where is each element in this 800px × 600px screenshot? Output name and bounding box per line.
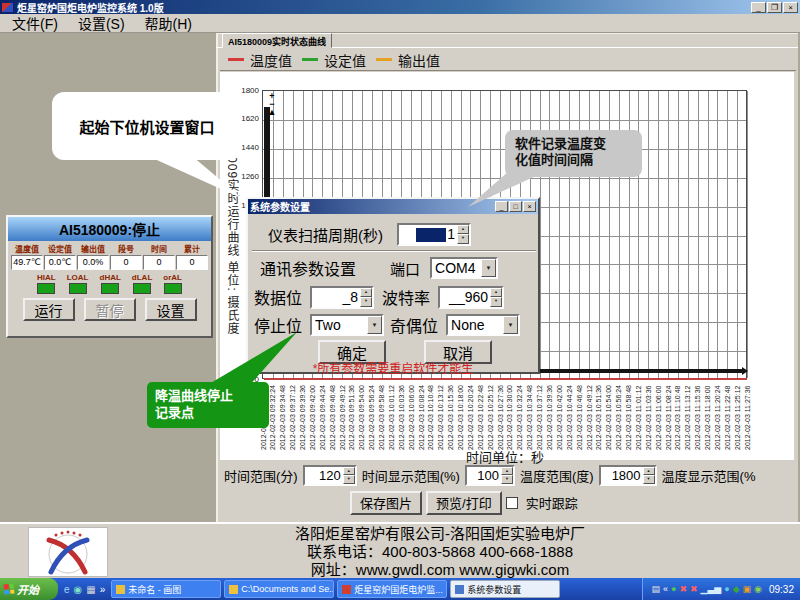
chevron-down-icon[interactable]: ▼ — [367, 316, 382, 334]
status-field-label: 温度值 — [11, 243, 43, 254]
task-button-inactive[interactable]: 炬星窑炉国炬电炉监... — [337, 580, 447, 598]
instrument-status-panel: AI5180009:停止 温度值49.7℃设定值0.0℃输出值0.0%段号0时间… — [6, 215, 213, 338]
audio-muted-icon[interactable]: ✖ — [679, 584, 687, 594]
spin-up-icon[interactable]: ▲ — [501, 467, 513, 476]
preview-print-button[interactable]: 预览/打印 — [426, 491, 502, 515]
spin-down-icon[interactable]: ▼ — [457, 234, 469, 244]
port-value: COM4 — [432, 260, 481, 276]
spin-up-icon[interactable]: ▲ — [490, 288, 502, 298]
y-tick-label: 1800 — [235, 86, 259, 95]
realtime-track-checkbox[interactable] — [506, 497, 518, 509]
signal-strength-icon[interactable]: ▁▃▅ — [700, 584, 721, 594]
spin-up-icon[interactable]: ▲ — [643, 467, 655, 476]
gridline-vertical — [668, 91, 669, 378]
restore-icon[interactable]: ❐ — [767, 2, 782, 13]
menu-settings[interactable]: 设置(S) — [78, 13, 125, 33]
restart-note: *所有参数需要重启软件才能生 — [248, 359, 538, 376]
status-field: 温度值49.7℃ — [11, 243, 43, 270]
x-tick-label: 2012-02-03 10:42:00 — [555, 381, 565, 450]
dialog-close-icon[interactable]: × — [523, 201, 536, 212]
dialog-maximize-icon[interactable]: □ — [509, 201, 522, 212]
x-tick-label: 2012-02-03 11:01:12 — [634, 381, 644, 450]
status-field-value: 0.0℃ — [44, 255, 76, 270]
x-tick-label: 2012-02-03 10:39:36 — [545, 381, 555, 450]
app-icon — [2, 3, 13, 12]
alarm-label: dLAL — [132, 273, 152, 282]
status-field: 设定值0.0℃ — [44, 243, 76, 270]
callout-text: 化值时间间隔 — [515, 152, 642, 168]
spin-down-icon[interactable]: ▼ — [490, 297, 502, 307]
status-field-label: 设定值 — [44, 243, 76, 254]
chevron-down-icon[interactable]: ▼ — [503, 316, 518, 334]
parity-label: 奇偶位 — [390, 313, 438, 337]
scan-period-spinner[interactable]: 1 ▲▼ — [397, 223, 471, 246]
language-bar-icon[interactable]: ▤ — [651, 584, 660, 594]
x-tick-label: 2012-02-03 10:54:00 — [604, 381, 614, 450]
data-bits-spinner[interactable]: _8 ▲▼ — [310, 286, 374, 309]
gridline-vertical — [727, 91, 728, 378]
close-icon[interactable]: × — [783, 2, 798, 13]
gridline-horizontal — [263, 178, 746, 179]
alarm-indicator-dHAL: dHAL — [100, 273, 121, 294]
alarm-label: dHAL — [100, 273, 121, 282]
minimize-icon[interactable]: _ — [751, 2, 766, 13]
overflow-chevron[interactable]: » — [100, 584, 106, 595]
dialog-title-bar[interactable]: 系统参数设置 _ □ × — [248, 199, 538, 214]
y-tick-label: 1260 — [235, 172, 259, 181]
setpoint-output-zero-line — [264, 378, 747, 380]
chevron-down-icon[interactable]: ▼ — [481, 259, 496, 277]
legend-label: 温度值 — [250, 50, 292, 70]
ie-icon[interactable]: e — [64, 584, 70, 595]
green-status-icon[interactable]: ● — [671, 584, 676, 594]
task-button-active[interactable]: 系统参数设置 — [450, 580, 560, 598]
time-range-spinner[interactable]: 120 ▲▼ — [303, 465, 357, 486]
start-button[interactable]: 开始 — [0, 578, 58, 600]
x-tick-label: 2012-02-03 09:32:24 — [268, 381, 278, 450]
task-label: 系统参数设置 — [467, 583, 521, 596]
scheduler-icon[interactable]: ▣ — [743, 584, 752, 594]
status-field-label: 时间 — [143, 243, 175, 254]
messenger-icon[interactable]: ◉ — [74, 584, 83, 595]
settings-button[interactable]: 设置 — [145, 298, 197, 321]
network-offline-icon[interactable]: ✖ — [690, 584, 698, 594]
tab-realtime-curve[interactable]: AI5180009实时状态曲线 — [222, 33, 332, 48]
update-icon[interactable]: ◉ — [754, 584, 762, 594]
spin-down-icon[interactable]: ▼ — [343, 475, 355, 484]
spin-up-icon[interactable]: ▲ — [360, 288, 372, 298]
menu-file[interactable]: 文件(F) — [12, 13, 58, 33]
messenger-status-icon[interactable]: ● — [724, 584, 729, 594]
shield-icon[interactable]: ◆ — [733, 584, 740, 594]
save-image-button[interactable]: 保存图片 — [350, 491, 422, 515]
desktop-icon[interactable]: ▦ — [86, 584, 95, 595]
task-label: 炬星窑炉国炬电炉监... — [354, 583, 443, 596]
time-display-spinner[interactable]: 100 ▲▼ — [465, 465, 515, 486]
spin-up-icon[interactable]: ▲ — [457, 225, 469, 235]
spin-down-icon[interactable]: ▼ — [501, 475, 513, 484]
spin-down-icon[interactable]: ▼ — [360, 297, 372, 307]
status-field: 累计0 — [176, 243, 208, 270]
task-button-inactive[interactable]: C:\Documents and Se... — [224, 580, 334, 598]
start-label: 开始 — [17, 581, 39, 597]
spin-down-icon[interactable]: ▼ — [643, 475, 655, 484]
alarm-indicator-HIAL: HIAL — [37, 273, 56, 294]
parity-select[interactable]: None ▼ — [446, 314, 520, 336]
spin-up-icon[interactable]: ▲ — [343, 467, 355, 476]
task-button-inactive[interactable]: 未命名 - 画图 — [111, 580, 221, 598]
x-tick-label: 2012-02-03 10:46:48 — [575, 381, 585, 450]
temp-range-spinner[interactable]: 1800 ▲▼ — [599, 465, 657, 486]
run-button[interactable]: 运行 — [23, 298, 75, 321]
x-tick-label: 2012-02-03 10:06:00 — [407, 381, 417, 450]
stop-bits-select[interactable]: Two ▼ — [310, 314, 384, 336]
port-select[interactable]: COM4 ▼ — [430, 257, 498, 279]
tray-chevron[interactable]: « — [663, 584, 668, 594]
baud-rate-spinner[interactable]: __960 ▲▼ — [438, 286, 504, 309]
company-footer: 洛阳炬星窑炉有限公司-洛阳国炬实验电炉厂 联系电话：400-803-5868 4… — [0, 522, 800, 578]
menu-help[interactable]: 帮助(H) — [145, 13, 192, 33]
x-tick-label: 2012-02-03 10:08:24 — [417, 381, 427, 450]
gridline-vertical — [648, 91, 649, 378]
dialog-minimize-icon[interactable]: _ — [495, 201, 508, 212]
alarm-led-icon — [164, 283, 182, 294]
x-tick-label: 2012-02-03 10:20:24 — [466, 381, 476, 450]
x-tick-label: 2012-02-03 09:37:12 — [288, 381, 298, 450]
x-tick-label: 2012-02-03 09:51:36 — [347, 381, 357, 450]
